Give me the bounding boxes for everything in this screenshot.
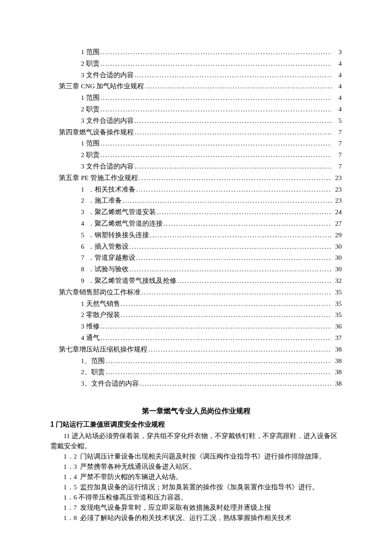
toc-entry[interactable]: 7 ．管道穿越敷设30	[50, 253, 342, 263]
toc-entry[interactable]: 8 ．试验与验收30	[50, 264, 342, 275]
toc-label: 第六章销售部岗位工作标准	[59, 287, 141, 298]
toc-entry[interactable]: 第六章销售部岗位工作标准35	[50, 287, 342, 298]
table-of-contents: 1 范围32 职责43 文件合适的内容4第三章 CNG 加气站作业规程41 范围…	[50, 47, 342, 389]
body-line: 1．2 门站调压计量设备出现相关问题及时按《调压阀作业指导书》进行操作排除故障。	[50, 451, 342, 462]
toc-page-number: 35	[332, 310, 342, 320]
toc-leader-dots	[148, 344, 331, 355]
toc-page-number: 4	[332, 104, 342, 115]
toc-label: 4 通气	[81, 333, 100, 343]
toc-label: 1、范围	[81, 356, 105, 366]
toc-label: 8 ．试验与验收	[81, 264, 129, 275]
toc-entry[interactable]: 3 文件合适的内容7	[50, 161, 342, 172]
toc-page-number: 30	[332, 253, 342, 263]
toc-entry[interactable]: 第五章 PE 管施工作业规程23	[50, 173, 342, 183]
toc-entry[interactable]: 4 通气37	[50, 333, 342, 343]
toc-entry[interactable]: 1 范围3	[50, 47, 342, 58]
toc-label: 1 范围	[81, 47, 100, 58]
toc-leader-dots	[101, 47, 331, 58]
toc-leader-dots	[141, 287, 331, 298]
body-line: 1．7 发现电气设备异常时，应立即采取有效措施及时处理并逐级上报	[50, 503, 342, 513]
toc-label: 2 零散户报装	[81, 310, 120, 320]
toc-entry[interactable]: 2 ．施工准备23	[50, 195, 342, 206]
toc-page-number: 38	[332, 378, 342, 389]
toc-leader-dots	[101, 104, 331, 115]
toc-leader-dots	[177, 276, 332, 286]
toc-entry[interactable]: 3、文件合适的内容38	[50, 378, 342, 389]
toc-leader-dots	[130, 264, 332, 275]
toc-page-number: 24	[332, 207, 342, 218]
toc-entry[interactable]: 3 ．聚乙烯燃气管道安装24	[50, 207, 342, 218]
toc-label: 3 维修	[81, 321, 100, 332]
section-body: 11 进入站场必须劳保着装，穿共组不穿化纤衣物，不穿戴铁钉鞋，不穿高跟鞋．进入设…	[50, 431, 342, 523]
toc-entry[interactable]: 4 ．聚乙烯燃气管道的连接27	[50, 218, 342, 229]
document-page: 1 范围32 职责43 文件合适的内容4第三章 CNG 加气站作业规程41 范围…	[0, 0, 392, 549]
toc-leader-dots	[139, 173, 331, 183]
toc-leader-dots	[135, 70, 331, 81]
toc-entry[interactable]: 9 ．聚乙烯管道带气接线及抢修32	[50, 276, 342, 286]
toc-leader-dots	[121, 299, 331, 309]
toc-page-number: 29	[332, 230, 342, 241]
toc-leader-dots	[101, 58, 331, 69]
toc-page-number: 30	[332, 241, 342, 252]
toc-leader-dots	[140, 378, 331, 389]
toc-leader-dots	[101, 138, 331, 149]
toc-label: 3 文件合适的内容	[81, 70, 134, 81]
toc-entry[interactable]: 2 职责4	[50, 104, 342, 115]
toc-page-number: 36	[332, 321, 342, 332]
toc-label: 4 ．聚乙烯燃气管道的连接	[81, 218, 163, 229]
toc-leader-dots	[101, 333, 331, 343]
toc-label: 3、文件合适的内容	[81, 378, 139, 389]
toc-label: 1 天然气销售	[81, 299, 120, 309]
toc-page-number: 7	[332, 138, 342, 149]
toc-entry[interactable]: 1 ．相关技术准备23	[50, 184, 342, 195]
toc-entry[interactable]: 2、职责38	[50, 367, 342, 378]
body-line: 1．3 严禁携带各种无线通讯设备进入站区。	[50, 462, 342, 472]
toc-entry[interactable]: 3 文件合适的内容4	[50, 70, 342, 81]
toc-leader-dots	[135, 161, 331, 172]
toc-entry[interactable]: 1 天然气销售35	[50, 299, 342, 309]
toc-entry[interactable]: 2 零散户报装35	[50, 310, 342, 320]
toc-entry[interactable]: 第三章 CNG 加气站作业规程4	[50, 81, 342, 92]
toc-page-number: 23	[332, 173, 342, 183]
toc-leader-dots	[101, 150, 331, 160]
toc-page-number: 38	[332, 356, 342, 366]
toc-entry[interactable]: 第七章增压站压缩机操作规程38	[50, 344, 342, 355]
toc-label: 1 ．相关技术准备	[81, 184, 135, 195]
toc-label: 第四章燃气设备操作规程	[59, 127, 134, 138]
toc-page-number: 5	[332, 116, 342, 126]
toc-entry[interactable]: 2 职责4	[50, 58, 342, 69]
toc-entry[interactable]: 6 ．插入管敷设30	[50, 241, 342, 252]
toc-entry[interactable]: 3 文件合适的内容5	[50, 116, 342, 126]
toc-page-number: 4	[332, 58, 342, 69]
toc-label: 2 ．施工准备	[81, 195, 122, 206]
section-heading: 1 门站运行工兼值班调度安全作业规程	[50, 419, 342, 430]
toc-label: 3 文件合适的内容	[81, 161, 134, 172]
toc-label: 3 ．聚乙烯燃气管道安装	[81, 207, 156, 218]
toc-leader-dots	[106, 356, 331, 366]
toc-label: 1 范围	[81, 138, 100, 149]
body-line: 11 进入站场必须劳保着装，穿共组不穿化纤衣物，不穿戴铁钉鞋，不穿高跟鞋．进入设…	[50, 431, 342, 451]
toc-entry[interactable]: 1 范围4	[50, 93, 342, 103]
toc-entry[interactable]: 第四章燃气设备操作规程7	[50, 127, 342, 138]
toc-label: 9 ．聚乙烯管道带气接线及抢修	[81, 276, 176, 286]
body-line: 1．4 严禁不带防火帽的车辆进入站场。	[50, 472, 342, 482]
toc-entry[interactable]: 1 范围7	[50, 138, 342, 149]
toc-label: 第五章 PE 管施工作业规程	[59, 173, 138, 183]
toc-leader-dots	[121, 310, 331, 320]
toc-page-number: 4	[332, 93, 342, 103]
toc-leader-dots	[150, 230, 332, 241]
toc-entry[interactable]: 2 职责7	[50, 150, 342, 160]
toc-label: 第三章 CNG 加气站作业规程	[59, 81, 144, 92]
body-line: 1．5 监控加臭设备的运行情况；对加臭装置的操作按《加臭装置作业指导书》进行。	[50, 482, 342, 492]
toc-leader-dots	[123, 195, 332, 206]
toc-entry[interactable]: 3 维修36	[50, 321, 342, 332]
toc-entry[interactable]: 5 ．钢塑转换接头连接29	[50, 230, 342, 241]
toc-page-number: 35	[332, 299, 342, 309]
toc-page-number: 38	[332, 367, 342, 378]
toc-leader-dots	[106, 367, 331, 378]
toc-page-number: 32	[332, 276, 342, 286]
toc-entry[interactable]: 1、范围38	[50, 356, 342, 366]
toc-page-number: 27	[332, 218, 342, 229]
toc-leader-dots	[136, 184, 332, 195]
toc-label: 第七章增压站压缩机操作规程	[59, 344, 147, 355]
